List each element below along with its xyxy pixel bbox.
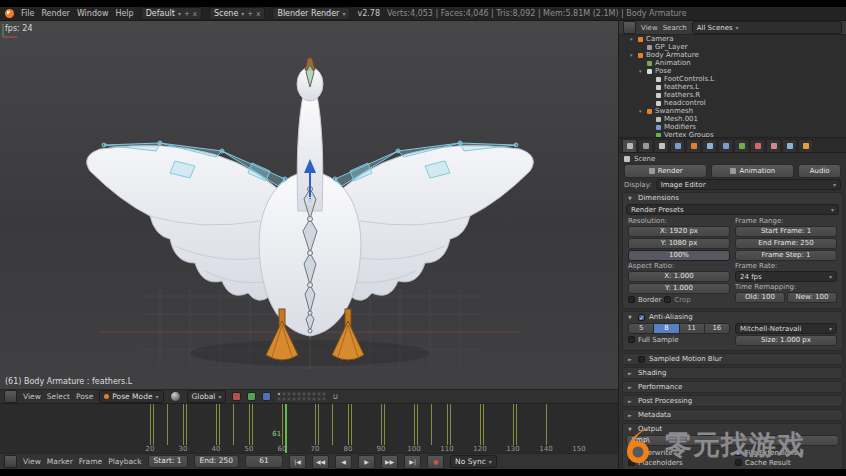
layer-dot-7[interactable]	[307, 392, 311, 396]
layer-dot-20[interactable]	[322, 397, 326, 401]
orientation-dropdown[interactable]: Global ▾	[187, 390, 227, 403]
jump-to-start-button[interactable]: |◀	[289, 455, 306, 469]
close-scene-icon[interactable]: x	[256, 10, 260, 18]
properties-tab-texture[interactable]	[766, 139, 781, 152]
expand-arrow-icon[interactable]: ▾	[630, 36, 635, 42]
properties-tab-object[interactable]	[686, 139, 701, 152]
layer-dot-6[interactable]	[302, 392, 306, 396]
timeline-editor-icon[interactable]	[4, 455, 17, 468]
render-animation-button[interactable]: Animation	[711, 164, 794, 178]
editor-type-icon[interactable]	[4, 390, 17, 403]
menu-tl-view[interactable]: View	[23, 457, 41, 466]
swan-scene-render[interactable]	[0, 21, 618, 389]
menu-help[interactable]: Help	[115, 9, 133, 18]
layer-dot-4[interactable]	[292, 392, 296, 396]
outliner-item-pose[interactable]: ▾Pose	[619, 67, 846, 75]
outliner-editor-icon[interactable]	[623, 21, 636, 34]
menu-view[interactable]: View	[23, 392, 41, 401]
layer-dot-9[interactable]	[317, 392, 321, 396]
outliner-item-feathers-r[interactable]: feathers.R	[619, 91, 846, 99]
render-engine-dropdown[interactable]: Blender Render ▾	[272, 7, 350, 20]
properties-tab-constraints[interactable]	[702, 139, 717, 152]
play-button[interactable]: ▶	[358, 455, 375, 469]
menu-outliner-search[interactable]: Search	[663, 24, 687, 32]
menu-pose[interactable]: Pose	[76, 392, 93, 401]
remap-new-field[interactable]: New: 100	[787, 292, 837, 303]
output-panel-header[interactable]: ▼ Output	[623, 424, 842, 434]
aa-filter-dropdown[interactable]: Mitchell-Netravali ▾	[735, 323, 837, 334]
properties-tab-modifiers[interactable]	[718, 139, 733, 152]
output-path-field[interactable]: /tmp\	[626, 435, 839, 446]
layer-dot-1[interactable]	[277, 392, 281, 396]
outliner-item-camera[interactable]: ▾Camera	[619, 35, 846, 43]
layer-dot-11[interactable]	[277, 397, 281, 401]
layer-dot-5[interactable]	[297, 392, 301, 396]
aa-samples-5[interactable]: 5	[628, 323, 654, 334]
sampled-motion-blur-panel-header[interactable]: ►Sampled Motion Blur	[623, 354, 842, 364]
layer-dot-17[interactable]	[307, 397, 311, 401]
play-reverse-button[interactable]: ◀	[335, 455, 352, 469]
outliner-item-footcontrols-l[interactable]: FootControls.L	[619, 75, 846, 83]
outliner-item-body-armature[interactable]: ▾Body Armature	[619, 51, 846, 59]
sync-dropdown[interactable]: No Sync ▾	[450, 455, 497, 468]
outliner-item-animation[interactable]: Animation	[619, 59, 846, 67]
outliner-item-vertex-groups[interactable]: Vertex Groups	[619, 131, 846, 138]
layer-dot-18[interactable]	[312, 397, 316, 401]
properties-tab-material[interactable]	[750, 139, 765, 152]
menu-render[interactable]: Render	[41, 9, 69, 18]
aspect-y-field[interactable]: Y: 1.000	[628, 283, 730, 294]
add-scene-icon[interactable]: +	[247, 10, 253, 18]
properties-tab-particles[interactable]	[782, 139, 797, 152]
menu-tl-frame[interactable]: Frame	[79, 457, 102, 466]
viewport-shading-icon[interactable]	[170, 391, 181, 402]
prev-keyframe-button[interactable]: ◀◀	[312, 455, 329, 469]
resolution-x-field[interactable]: X: 1920 px	[628, 226, 730, 237]
outliner-item-swanmesh[interactable]: ▾Swanmesh	[619, 107, 846, 115]
scale-manipulator-icon[interactable]	[262, 392, 271, 401]
aa-size-field[interactable]: Size: 1.000 px	[735, 335, 837, 346]
layer-dot-10[interactable]	[322, 392, 326, 396]
sampled-motion-blur-checkbox[interactable]	[638, 356, 645, 363]
start-frame-prop-field[interactable]: Start Frame: 1	[735, 226, 837, 237]
antialiasing-checkbox[interactable]	[638, 314, 645, 321]
layer-dot-13[interactable]	[287, 397, 291, 401]
outliner-item-modifiers[interactable]: Modifiers	[619, 123, 846, 131]
3d-viewport[interactable]: fps: 24 (61) Body Armature : feathers.L	[0, 21, 618, 389]
expand-arrow-icon[interactable]: ▾	[639, 108, 644, 114]
layer-dot-16[interactable]	[302, 397, 306, 401]
properties-tab-object-data[interactable]	[734, 139, 749, 152]
aa-samples-11[interactable]: 11	[679, 323, 705, 334]
layer-dot-8[interactable]	[312, 392, 316, 396]
dimensions-panel-header[interactable]: ▼ Dimensions	[623, 193, 842, 203]
metadata-panel-header[interactable]: ►Metadata	[623, 410, 842, 420]
mode-dropdown[interactable]: Pose Mode ▾	[99, 390, 163, 403]
snap-magnet-icon[interactable]: ∪	[332, 392, 338, 401]
render-presets-dropdown[interactable]: Render Presets ▾	[626, 204, 839, 215]
post-processing-panel-header[interactable]: ►Post Processing	[623, 396, 842, 406]
menu-tl-playback[interactable]: Playback	[108, 457, 141, 466]
outliner-display-dropdown[interactable]: All Scenes ▾	[692, 21, 842, 34]
screen-layout-dropdown[interactable]: Default ▾ + x	[141, 7, 202, 20]
outliner-item-feathers-l[interactable]: feathers.L	[619, 83, 846, 91]
layer-visibility-grid[interactable]	[277, 392, 326, 401]
outliner-item-headcontrol[interactable]: headcontrol	[619, 99, 846, 107]
start-frame-field[interactable]: Start: 1	[148, 455, 188, 468]
render-button[interactable]: Render	[624, 164, 707, 178]
shading-panel-header[interactable]: ►Shading	[623, 368, 842, 378]
outliner-item-gp-layer[interactable]: GP_Layer	[619, 43, 846, 51]
blender-logo-icon[interactable]	[5, 9, 14, 18]
record-button[interactable]: ●	[427, 455, 444, 469]
add-layout-icon[interactable]: +	[184, 10, 190, 18]
crop-checkbox[interactable]	[664, 296, 671, 303]
properties-tab-render[interactable]	[622, 139, 637, 152]
current-frame-field[interactable]: 61	[245, 455, 283, 468]
close-layout-icon[interactable]: x	[193, 10, 197, 18]
expand-arrow-icon[interactable]: ▾	[630, 52, 635, 58]
layer-dot-2[interactable]	[282, 392, 286, 396]
outliner-item-mesh-001[interactable]: Mesh.001	[619, 115, 846, 123]
layer-dot-19[interactable]	[317, 397, 321, 401]
menu-outliner-view[interactable]: View	[641, 24, 658, 32]
layer-dot-3[interactable]	[287, 392, 291, 396]
antialiasing-panel-header[interactable]: ▼ Anti-Aliasing	[623, 312, 842, 322]
fps-dropdown[interactable]: 24 fps ▾	[735, 271, 837, 282]
